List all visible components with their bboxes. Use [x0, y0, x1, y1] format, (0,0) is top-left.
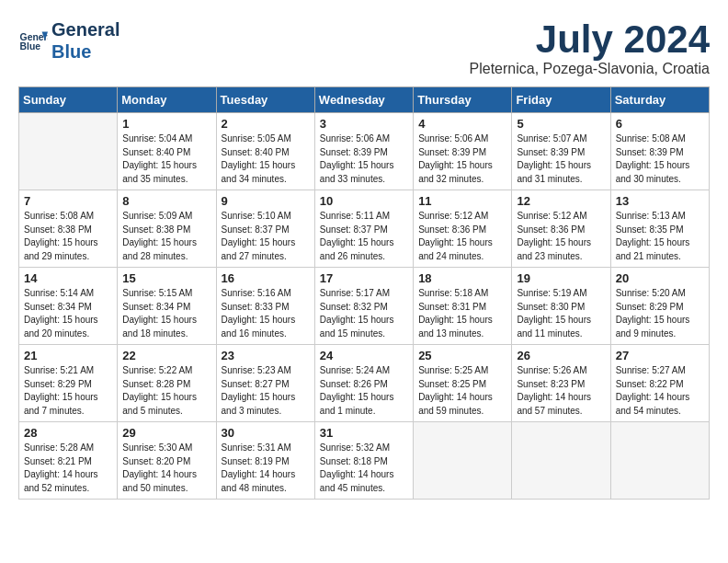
calendar-cell: 11Sunrise: 5:12 AM Sunset: 8:36 PM Dayli… [414, 190, 512, 268]
day-number: 4 [418, 117, 506, 131]
day-info: Sunrise: 5:12 AM Sunset: 8:36 PM Dayligh… [418, 210, 506, 263]
calendar-cell: 15Sunrise: 5:15 AM Sunset: 8:34 PM Dayli… [118, 268, 216, 345]
calendar-cell: 1Sunrise: 5:04 AM Sunset: 8:40 PM Daylig… [118, 113, 216, 190]
day-number: 1 [122, 117, 210, 131]
day-info: Sunrise: 5:32 AM Sunset: 8:18 PM Dayligh… [320, 442, 408, 495]
calendar-cell [414, 422, 512, 500]
calendar-cell: 14Sunrise: 5:14 AM Sunset: 8:34 PM Dayli… [19, 268, 118, 345]
day-info: Sunrise: 5:14 AM Sunset: 8:34 PM Dayligh… [24, 287, 112, 340]
day-info: Sunrise: 5:13 AM Sunset: 8:35 PM Dayligh… [616, 210, 704, 263]
day-number: 31 [320, 426, 408, 440]
calendar-cell: 2Sunrise: 5:05 AM Sunset: 8:40 PM Daylig… [216, 113, 314, 190]
day-number: 8 [122, 194, 210, 208]
day-info: Sunrise: 5:23 AM Sunset: 8:27 PM Dayligh… [222, 364, 310, 418]
weekday-header-sunday: Sunday [19, 87, 118, 113]
calendar-cell: 10Sunrise: 5:11 AM Sunset: 8:37 PM Dayli… [314, 190, 413, 268]
day-info: Sunrise: 5:06 AM Sunset: 8:39 PM Dayligh… [418, 132, 506, 186]
calendar-cell: 25Sunrise: 5:25 AM Sunset: 8:25 PM Dayli… [414, 345, 512, 422]
day-number: 20 [616, 271, 704, 285]
day-number: 28 [24, 426, 112, 440]
weekday-header-row: SundayMondayTuesdayWednesdayThursdayFrid… [19, 87, 710, 113]
calendar-cell: 5Sunrise: 5:07 AM Sunset: 8:39 PM Daylig… [512, 113, 610, 190]
day-number: 13 [616, 194, 704, 208]
day-info: Sunrise: 5:17 AM Sunset: 8:32 PM Dayligh… [320, 287, 408, 340]
day-number: 22 [122, 349, 210, 362]
day-number: 25 [418, 349, 506, 362]
calendar-cell [512, 422, 610, 500]
day-number: 15 [122, 271, 210, 285]
day-info: Sunrise: 5:11 AM Sunset: 8:37 PM Dayligh… [320, 210, 408, 263]
day-info: Sunrise: 5:25 AM Sunset: 8:25 PM Dayligh… [418, 364, 506, 418]
calendar-body: 1Sunrise: 5:04 AM Sunset: 8:40 PM Daylig… [19, 113, 710, 500]
calendar-cell: 20Sunrise: 5:20 AM Sunset: 8:29 PM Dayli… [610, 268, 709, 345]
calendar-cell: 22Sunrise: 5:22 AM Sunset: 8:28 PM Dayli… [118, 345, 216, 422]
day-number: 9 [222, 194, 310, 208]
calendar-cell: 29Sunrise: 5:30 AM Sunset: 8:20 PM Dayli… [118, 422, 216, 500]
weekday-header-tuesday: Tuesday [216, 87, 314, 113]
weekday-header-saturday: Saturday [610, 87, 709, 113]
day-number: 7 [24, 194, 112, 208]
day-number: 3 [320, 117, 408, 131]
day-number: 17 [320, 271, 408, 285]
day-info: Sunrise: 5:27 AM Sunset: 8:22 PM Dayligh… [616, 364, 704, 418]
day-number: 27 [616, 349, 704, 362]
day-number: 19 [517, 271, 605, 285]
weekday-header-monday: Monday [118, 87, 216, 113]
calendar-week-3: 14Sunrise: 5:14 AM Sunset: 8:34 PM Dayli… [19, 268, 710, 345]
day-info: Sunrise: 5:04 AM Sunset: 8:40 PM Dayligh… [122, 132, 210, 186]
day-info: Sunrise: 5:10 AM Sunset: 8:37 PM Dayligh… [222, 210, 310, 263]
calendar-cell: 17Sunrise: 5:17 AM Sunset: 8:32 PM Dayli… [314, 268, 413, 345]
weekday-header-friday: Friday [512, 87, 610, 113]
day-info: Sunrise: 5:28 AM Sunset: 8:21 PM Dayligh… [24, 442, 112, 495]
calendar-cell: 27Sunrise: 5:27 AM Sunset: 8:22 PM Dayli… [610, 345, 709, 422]
weekday-header-wednesday: Wednesday [314, 87, 413, 113]
calendar-week-5: 28Sunrise: 5:28 AM Sunset: 8:21 PM Dayli… [19, 422, 710, 500]
day-info: Sunrise: 5:19 AM Sunset: 8:30 PM Dayligh… [517, 287, 605, 340]
logo: General Blue General Blue [18, 18, 119, 63]
page-header: General Blue General Blue July 2024 Plet… [18, 18, 710, 77]
day-info: Sunrise: 5:06 AM Sunset: 8:39 PM Dayligh… [320, 132, 408, 186]
calendar-cell: 18Sunrise: 5:18 AM Sunset: 8:31 PM Dayli… [414, 268, 512, 345]
day-number: 23 [222, 349, 310, 362]
logo-text-blue: Blue [51, 40, 119, 63]
day-number: 11 [418, 194, 506, 208]
day-info: Sunrise: 5:09 AM Sunset: 8:38 PM Dayligh… [122, 210, 210, 263]
calendar-cell [19, 113, 118, 190]
calendar-cell: 31Sunrise: 5:32 AM Sunset: 8:18 PM Dayli… [314, 422, 413, 500]
svg-text:Blue: Blue [20, 41, 41, 52]
day-number: 29 [122, 426, 210, 440]
day-number: 16 [222, 271, 310, 285]
day-number: 14 [24, 271, 112, 285]
calendar-cell: 4Sunrise: 5:06 AM Sunset: 8:39 PM Daylig… [414, 113, 512, 190]
day-info: Sunrise: 5:08 AM Sunset: 8:38 PM Dayligh… [24, 210, 112, 263]
calendar-cell: 12Sunrise: 5:12 AM Sunset: 8:36 PM Dayli… [512, 190, 610, 268]
calendar-cell: 8Sunrise: 5:09 AM Sunset: 8:38 PM Daylig… [118, 190, 216, 268]
location-text: Pleternica, Pozega-Slavonia, Croatia [470, 61, 710, 77]
day-number: 21 [24, 349, 112, 362]
calendar-cell: 23Sunrise: 5:23 AM Sunset: 8:27 PM Dayli… [216, 345, 314, 422]
day-info: Sunrise: 5:16 AM Sunset: 8:33 PM Dayligh… [222, 287, 310, 340]
day-number: 26 [517, 349, 605, 362]
title-block: July 2024 Pleternica, Pozega-Slavonia, C… [470, 18, 710, 77]
day-info: Sunrise: 5:07 AM Sunset: 8:39 PM Dayligh… [517, 132, 605, 186]
calendar-cell: 9Sunrise: 5:10 AM Sunset: 8:37 PM Daylig… [216, 190, 314, 268]
weekday-header-thursday: Thursday [414, 87, 512, 113]
calendar-cell [610, 422, 709, 500]
day-info: Sunrise: 5:30 AM Sunset: 8:20 PM Dayligh… [122, 442, 210, 495]
day-number: 5 [517, 117, 605, 131]
calendar-cell: 7Sunrise: 5:08 AM Sunset: 8:38 PM Daylig… [19, 190, 118, 268]
day-number: 24 [320, 349, 408, 362]
calendar-cell: 26Sunrise: 5:26 AM Sunset: 8:23 PM Dayli… [512, 345, 610, 422]
calendar-cell: 16Sunrise: 5:16 AM Sunset: 8:33 PM Dayli… [216, 268, 314, 345]
calendar-cell: 30Sunrise: 5:31 AM Sunset: 8:19 PM Dayli… [216, 422, 314, 500]
day-info: Sunrise: 5:18 AM Sunset: 8:31 PM Dayligh… [418, 287, 506, 340]
calendar-table: SundayMondayTuesdayWednesdayThursdayFrid… [18, 86, 710, 500]
day-info: Sunrise: 5:08 AM Sunset: 8:39 PM Dayligh… [616, 132, 704, 186]
day-number: 12 [517, 194, 605, 208]
calendar-week-2: 7Sunrise: 5:08 AM Sunset: 8:38 PM Daylig… [19, 190, 710, 268]
day-number: 6 [616, 117, 704, 131]
month-title: July 2024 [470, 18, 710, 61]
day-info: Sunrise: 5:22 AM Sunset: 8:28 PM Dayligh… [122, 364, 210, 418]
calendar-cell: 13Sunrise: 5:13 AM Sunset: 8:35 PM Dayli… [610, 190, 709, 268]
logo-icon: General Blue [18, 26, 48, 55]
